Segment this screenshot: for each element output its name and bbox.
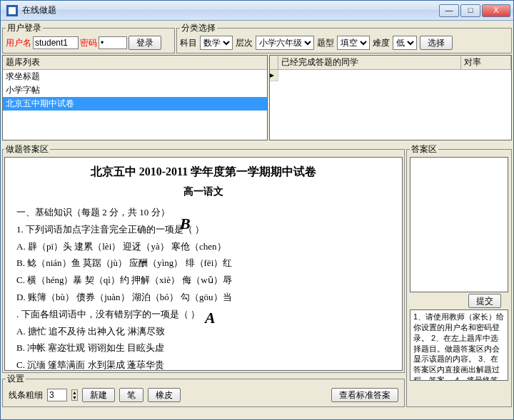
thickness-label: 线条粗细 xyxy=(9,389,43,401)
new-button[interactable]: 新建 xyxy=(82,388,115,402)
answer-textarea[interactable] xyxy=(410,157,508,292)
done-list: 已经完成答题的同学 对率 ▸ xyxy=(269,55,512,140)
done-col-student: 已经完成答题的同学 xyxy=(278,56,461,69)
question-group: 做题答案区 北京五中 2010-2011 学年度第一学期期中试卷 高一语文 一、… xyxy=(2,143,405,373)
list-item[interactable]: 求坐标题 xyxy=(3,70,267,83)
maximize-button[interactable]: □ xyxy=(460,4,480,17)
difficulty-label: 难度 xyxy=(373,37,390,49)
option: A. 搪忙 追不及待 出神入化 淋漓尽致 xyxy=(16,324,390,339)
submit-button[interactable]: 提交 xyxy=(468,294,501,308)
select-button[interactable]: 选择 xyxy=(420,36,453,50)
spinner-icon[interactable]: ▲▼ xyxy=(71,389,78,401)
section: 一、基础知识（每题 2 分，共 10 分） xyxy=(16,205,390,220)
subject-label: 科目 xyxy=(180,37,197,49)
login-legend: 用户登录 xyxy=(6,22,43,34)
handwriting-b: B xyxy=(180,215,191,233)
exam-subtitle: 高一语文 xyxy=(16,185,390,198)
question-canvas[interactable]: 北京五中 2010-2011 学年度第一学期期中试卷 高一语文 一、基础知识（每… xyxy=(4,157,403,371)
bank-list[interactable]: 题库列表 求坐标题 小学字帖 北京五中期中试卷 xyxy=(2,55,268,140)
content-area: 用户登录 用户名 密码 登录 分类选择 科目 数学 层次 小学六年级 题型 xyxy=(1,21,513,409)
username-label: 用户名 xyxy=(6,37,31,49)
svg-rect-1 xyxy=(9,7,16,14)
close-button[interactable]: X xyxy=(482,4,510,17)
type-label: 题型 xyxy=(317,37,334,49)
window-title: 在线做题 xyxy=(22,4,438,16)
difficulty-select[interactable]: 低 xyxy=(393,36,417,50)
option: A. 辟（pī）头 逮累（lèi） 迎迓（yà） 寒伧（chen） xyxy=(16,240,390,255)
app-window: 在线做题 — □ X 用户登录 用户名 密码 登录 分类选择 科目 数学 xyxy=(0,0,514,420)
question-legend: 做题答案区 xyxy=(4,143,50,155)
option: B. 鲶（nián）鱼 莫踞（jù） 应酬（yìng） 绯（fēi）红 xyxy=(16,256,390,271)
minimize-button[interactable]: — xyxy=(439,4,459,17)
option: B. 冲帐 塞迩壮观 诩诩如生 目眩头虚 xyxy=(16,341,390,356)
list-item[interactable]: 小学字帖 xyxy=(3,83,267,97)
done-col-rate: 对率 xyxy=(461,56,511,69)
done-grid-body[interactable]: ▸ xyxy=(270,70,511,138)
app-icon xyxy=(6,5,18,16)
titlebar: 在线做题 — □ X xyxy=(1,1,513,21)
answer-legend: 答案区 xyxy=(410,143,438,155)
level-select[interactable]: 小学六年级 xyxy=(256,36,314,50)
username-input[interactable] xyxy=(33,36,79,49)
exam-title: 北京五中 2010-2011 学年度第一学期期中试卷 xyxy=(16,165,390,180)
category-group: 分类选择 科目 数学 层次 小学六年级 题型 填空 难度 低 选择 xyxy=(176,22,512,53)
password-input[interactable] xyxy=(99,36,127,49)
answer-group: 答案区 提交 1、请使用教师（家长）给你设置的用户名和密码登录。 2、在左上题库… xyxy=(406,143,512,407)
level-label: 层次 xyxy=(236,37,253,49)
thickness-input[interactable] xyxy=(47,389,67,401)
password-label: 密码 xyxy=(80,37,97,49)
handwriting-a: A xyxy=(205,309,216,327)
login-group: 用户登录 用户名 密码 登录 xyxy=(2,22,175,53)
help-text: 1、请使用教师（家长）给你设置的用户名和密码登录。 2、在左上题库中选择题目。做… xyxy=(410,309,508,381)
row-marker xyxy=(270,56,278,69)
view-answer-button[interactable]: 查看标准答案 xyxy=(331,388,398,402)
bank-list-header: 题库列表 xyxy=(6,56,264,68)
subject-select[interactable]: 数学 xyxy=(200,36,233,50)
tools-legend: 设置 xyxy=(6,373,26,385)
category-legend: 分类选择 xyxy=(180,22,217,34)
question: . 下面各组词语中，没有错别字的一项是（ ） xyxy=(16,307,390,322)
option: D. 账簿（bù） 债券（juàn） 湖泊（bó） 勾（gōu）当 xyxy=(16,290,390,305)
tools-group: 设置 线条粗细 ▲▼ 新建 笔 橡皮 查看标准答案 xyxy=(2,373,405,407)
login-button[interactable]: 登录 xyxy=(128,36,161,50)
option: C. 沉缅 篷筚满面 水到渠成 蓬荜华贵 xyxy=(16,358,390,371)
eraser-button[interactable]: 橡皮 xyxy=(148,388,181,402)
question: 1. 下列词语加点字注音完全正确的一项是（ ） xyxy=(16,222,390,237)
type-select[interactable]: 填空 xyxy=(337,36,370,50)
pen-button[interactable]: 笔 xyxy=(119,388,143,402)
list-item[interactable]: 北京五中期中试卷 xyxy=(3,97,267,111)
option: C. 横（héng）暴 契（qì）约 押解（xiè） 侮（wǔ）辱 xyxy=(16,273,390,288)
